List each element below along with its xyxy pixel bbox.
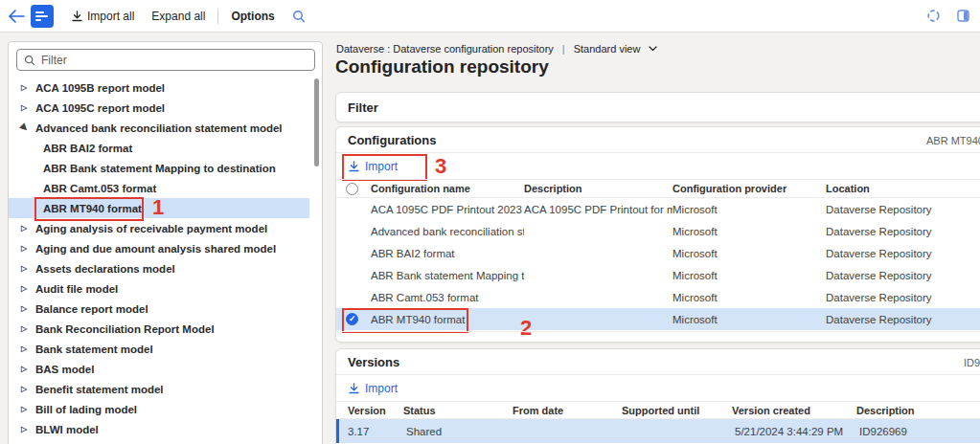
row-selected-checkbox[interactable] (346, 313, 358, 325)
view-selector[interactable]: Standard view (574, 43, 641, 55)
collapse-arrow-icon[interactable]: ▶ (19, 122, 30, 132)
version-row[interactable]: 3.17Shared5/21/2024 3:44:29 PMID926969 (336, 419, 980, 443)
expand-arrow-icon[interactable]: ▷ (21, 285, 27, 293)
tree-item[interactable]: ▷Aging analysis of receivable payment mo… (9, 218, 309, 238)
location-cell: Dataverse Repository (826, 226, 980, 237)
tree-item[interactable]: ▷Assets declarations model (9, 258, 309, 278)
tree-item[interactable]: ABR Camt.053 format (9, 178, 309, 198)
column-header[interactable]: Configuration name (371, 183, 524, 194)
tree-item[interactable]: ▷Bank statement model (9, 339, 309, 359)
expand-arrow-icon[interactable]: ▷ (21, 345, 27, 353)
column-header[interactable]: From date (513, 405, 622, 416)
tree-item-label: ABR Camt.053 format (43, 183, 156, 194)
tree-item[interactable]: ABR MT940 format1 (9, 198, 309, 218)
tree-item[interactable]: ▷Aging and due amount analysis shared mo… (9, 238, 309, 258)
filter-section-title: Filter (348, 100, 378, 115)
top-toolbar: Import all Expand all Options (0, 0, 980, 33)
model-tree: ▷ACA 1095B report model▷ACA 1095C report… (9, 78, 322, 444)
tree-item-label: ABR MT940 format (43, 203, 142, 214)
tree-item-label: ACA 1095B report model (35, 82, 165, 94)
tree-item[interactable]: ▷ACA 1095C report model (9, 98, 309, 118)
filter-section[interactable]: Filter (335, 92, 980, 122)
options-button[interactable]: Options (231, 10, 274, 23)
column-header[interactable]: Status (403, 405, 513, 416)
table-row[interactable]: ABR MT940 formatMicrosoftDataverse Repos… (336, 308, 980, 330)
table-row[interactable]: ABR BAI2 formatMicrosoftDataverse Reposi… (336, 242, 980, 264)
tree-item[interactable]: ▷BLWI model (9, 419, 309, 439)
expand-all-label: Expand all (151, 10, 205, 23)
tree-item-label: Balance report model (35, 303, 148, 315)
breadcrumb-separator: | (562, 43, 565, 55)
dynamics-app-icon[interactable] (956, 9, 970, 23)
import-all-label: Import all (87, 10, 134, 23)
toolbar-divider (217, 9, 218, 24)
column-header[interactable]: Version created (732, 405, 856, 416)
expand-arrow-icon[interactable]: ▷ (21, 265, 27, 273)
location-cell: Dataverse Repository (826, 314, 980, 325)
location-cell: Dataverse Repository (826, 270, 980, 281)
shapes-icon[interactable] (926, 9, 941, 23)
expand-arrow-icon[interactable]: ▷ (21, 84, 27, 92)
column-header[interactable]: Location (826, 183, 980, 194)
back-icon[interactable] (8, 10, 25, 23)
expand-all-button[interactable]: Expand all (151, 10, 205, 23)
annotation-number-3: 3 (435, 156, 446, 177)
tree-item[interactable]: ▷Audit file model (9, 278, 309, 299)
tree-item-label: ABR Bank statement Mapping to destinatio… (43, 163, 276, 174)
expand-arrow-icon[interactable]: ▷ (21, 325, 27, 333)
configurations-table-body: ACA 1095C PDF Printout 2023ACA 1095C PDF… (336, 198, 980, 330)
tree-item[interactable]: ▷Bank Reconciliation Report Model (9, 319, 309, 339)
expand-arrow-icon[interactable]: ▷ (21, 225, 27, 233)
expand-arrow-icon[interactable]: ▷ (21, 305, 27, 313)
tree-item[interactable]: ▷BAS model (9, 359, 309, 379)
tree-item-label: Benefit statement model (35, 384, 164, 395)
tree-item[interactable]: ABR Bank statement Mapping to destinatio… (9, 158, 309, 178)
configurations-table-header: Configuration nameDescriptionConfigurati… (336, 179, 980, 198)
config-name-cell: ACA 1095C PDF Printout 2023 (371, 204, 524, 215)
tree-item[interactable]: ▷Bill of lading model (9, 399, 309, 419)
tree-item[interactable]: ▷ACA 1095B report model (9, 78, 309, 98)
import-label: Import (365, 382, 398, 395)
tree-item[interactable]: ▶Advanced bank reconciliation statement … (9, 118, 309, 138)
sidebar-filter-input[interactable]: Filter (16, 49, 315, 71)
expand-arrow-icon[interactable]: ▷ (21, 406, 27, 413)
status-cell: Shared (406, 426, 515, 437)
description-cell: ACA 1095C PDF Printout for mai... (524, 204, 672, 215)
breadcrumb-path[interactable]: Dataverse : Dataverse configuration repo… (336, 43, 554, 55)
select-all-checkbox[interactable] (346, 183, 358, 195)
chevron-down-icon[interactable] (649, 46, 657, 52)
tree-item-label: Bank Reconciliation Report Model (35, 323, 215, 335)
column-header[interactable]: Supported until (622, 405, 732, 416)
provider-cell: Microsoft (672, 292, 826, 303)
table-row[interactable]: ACA 1095C PDF Printout 2023ACA 1095C PDF… (336, 198, 980, 220)
tree-item[interactable]: ▷Balance report model (9, 299, 309, 319)
column-header[interactable]: Version (336, 405, 403, 416)
expand-arrow-icon[interactable]: ▷ (21, 245, 27, 253)
toolbar-search-button[interactable] (292, 10, 306, 23)
column-header[interactable]: Description (856, 405, 980, 416)
configurations-title: Configurations (348, 133, 436, 147)
versions-import-button[interactable]: Import (349, 379, 398, 398)
versions-table-header: VersionStatusFrom dateSupported untilVer… (336, 401, 980, 419)
expand-arrow-icon[interactable]: ▷ (21, 366, 27, 373)
column-header[interactable]: Description (524, 183, 672, 194)
annotation-number-1: 1 (152, 197, 164, 218)
table-row[interactable]: ABR Bank statement Mapping t...Microsoft… (336, 264, 980, 286)
column-header[interactable]: Configuration provider (672, 183, 826, 194)
sitemap-menu-button[interactable] (31, 5, 54, 28)
versions-title: Versions (348, 355, 399, 369)
table-row[interactable]: ABR Camt.053 formatMicrosoftDataverse Re… (336, 286, 980, 308)
import-all-button[interactable]: Import all (72, 10, 134, 23)
sidebar-scrollbar-thumb[interactable] (314, 78, 319, 166)
tree-item[interactable]: ▷Cash Receipt Model (9, 439, 309, 444)
config-name-cell: ABR Bank statement Mapping t... (371, 270, 524, 281)
expand-arrow-icon[interactable]: ▷ (21, 426, 27, 433)
import-label: Import (365, 160, 398, 173)
configurations-import-button[interactable]: Import (349, 157, 398, 176)
expand-arrow-icon[interactable]: ▷ (21, 104, 27, 112)
tree-item[interactable]: ▷Benefit statement model (9, 379, 309, 399)
tree-item[interactable]: ABR BAI2 format (9, 138, 309, 158)
expand-arrow-icon[interactable]: ▷ (21, 386, 27, 393)
table-row[interactable]: Advanced bank reconciliation st...Micros… (336, 220, 980, 242)
download-icon (349, 161, 359, 172)
